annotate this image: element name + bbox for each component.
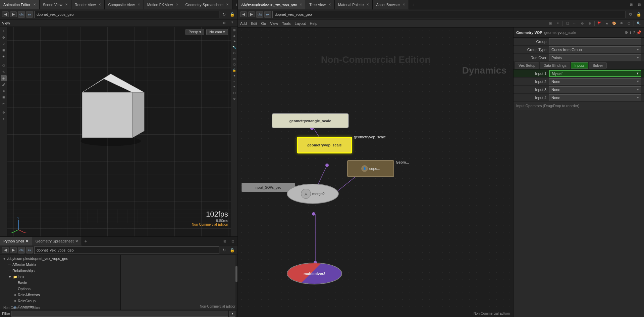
menu-add[interactable]: Add [240, 21, 247, 26]
node-import[interactable]: nport_SOPs_geo [241, 183, 295, 192]
tab-asset-browser[interactable]: Asset Browser ✕ [373, 0, 409, 9]
input4-dropdown[interactable]: None ▾ [549, 94, 641, 101]
prop-tab-solver[interactable]: Solver [589, 62, 607, 69]
bottom-detach-icon[interactable]: ⊡ [229, 238, 236, 244]
tree-item-affector[interactable]: — Affector Matrix [0, 262, 120, 268]
back-button[interactable]: ◀ [2, 11, 9, 17]
tab-geometry-spreadsheet[interactable]: Geometry Spreadsheet ✕ [182, 0, 233, 9]
tab-close[interactable]: ✕ [402, 3, 405, 6]
right-layout-icon[interactable]: ⊞ [628, 1, 635, 8]
filter-dropdown[interactable]: ▾ [229, 311, 235, 317]
tab-material-palette[interactable]: Material Palette ✕ [335, 0, 373, 9]
tab-render-view[interactable]: Render View ✕ [71, 0, 105, 9]
menu-tools[interactable]: Tools [282, 21, 291, 26]
align-tool[interactable]: ≡ [1, 116, 7, 122]
mini-tool-3[interactable]: 👁 [232, 39, 237, 44]
right-forward-button[interactable]: ▶ [248, 11, 255, 17]
obj-icon[interactable]: obj [18, 11, 25, 18]
tree-item-basic[interactable]: — Basic [0, 280, 120, 286]
tab-close[interactable]: ✕ [138, 3, 140, 6]
dots-icon[interactable]: ⋯ [572, 20, 578, 27]
input2-dropdown[interactable]: None ▾ [549, 78, 641, 85]
path-input[interactable]: dopnet_vex_vops_geo [34, 11, 219, 18]
run-over-dropdown[interactable]: Points ▾ [549, 54, 641, 61]
prop-settings-icon[interactable]: ⚙ [625, 30, 628, 35]
cam-button[interactable]: No cam ▾ [206, 29, 228, 35]
box-icon[interactable]: ☐ [564, 20, 571, 27]
bottom-layout-icon[interactable]: ⊞ [221, 238, 228, 244]
right-tab-add[interactable]: + [409, 2, 417, 7]
group-input[interactable] [549, 38, 641, 45]
node-multisolver[interactable]: multisolver2 [287, 263, 342, 284]
tab-animation-editor[interactable]: Animation Editor ✕ [0, 0, 40, 9]
delete-tool[interactable]: ✂ [1, 101, 7, 107]
prop-info-icon[interactable]: ℹ [630, 30, 631, 35]
prop-help-icon[interactable]: ? [633, 30, 635, 35]
mini-tool-11[interactable]: Z [232, 85, 237, 90]
tab-close[interactable]: ✕ [328, 3, 331, 6]
tree-item-relationships[interactable]: — Relationships [0, 268, 120, 274]
right-refresh-icon[interactable]: ↻ [627, 11, 634, 18]
right-detach-icon[interactable]: ⊡ [636, 1, 643, 8]
node-merge[interactable]: ⋏ merge2 [287, 184, 339, 204]
viewport-canvas[interactable]: ↖ ✛ ↺ ⊞ 👁 ⬡ ✎ ◈ 🖌 ⊕ ⊞ ✂ ⊙ ≡ [0, 27, 237, 236]
mini-tool-2[interactable]: ◈ [232, 33, 237, 39]
node-geometrywrangle[interactable]: geometrywrangle_scale [272, 113, 349, 128]
mini-tool-5[interactable]: ⊙ [232, 50, 237, 56]
right-lock-icon[interactable]: 🔒 [635, 11, 642, 18]
node-tool[interactable]: ⬡ [1, 62, 7, 69]
tab-close[interactable]: ✕ [366, 3, 369, 6]
right-back-button[interactable]: ◀ [240, 11, 247, 17]
mini-tool-8[interactable]: 🔒 [232, 67, 237, 73]
bottom-refresh-icon[interactable]: ↻ [221, 247, 227, 254]
mini-tool-12[interactable]: ⊡ [232, 90, 237, 96]
bottom-lock-icon[interactable]: 🔒 [229, 247, 235, 254]
grid-view-icon[interactable]: ⊞ [547, 20, 554, 27]
tab-tree-view[interactable]: Tree View ✕ [306, 0, 335, 9]
examples-icon[interactable]: ex [26, 11, 33, 18]
view-tool[interactable]: 👁 [1, 54, 7, 60]
prop-tab-data-bindings[interactable]: Data Bindings [540, 62, 570, 69]
tree-item-reln-affectors[interactable]: ⚙ RelnAffectors [0, 292, 120, 298]
tab-motion-fx[interactable]: Motion FX View ✕ [144, 0, 182, 9]
bottom-back-button[interactable]: ◀ [2, 247, 9, 253]
tab-close[interactable]: ✕ [33, 3, 36, 6]
menu-layout[interactable]: Layout [295, 21, 306, 26]
tab-close[interactable]: ✕ [176, 3, 178, 6]
right-path-input[interactable]: dopnet_vex_vops_geo [272, 11, 626, 18]
mini-tool-9[interactable]: ✦ [232, 73, 237, 79]
mini-tool-7[interactable]: ⬡ [232, 62, 237, 67]
input-operators-area[interactable] [514, 110, 644, 317]
tab-python-shell[interactable]: Python Shell ✕ [0, 237, 32, 245]
bottom-path-input[interactable]: dopnet_vex_vops_geo [34, 246, 219, 254]
select-tool[interactable]: ↖ [1, 28, 7, 34]
menu-edit[interactable]: Edit [251, 21, 257, 26]
build-tool[interactable]: ⊞ [1, 94, 7, 100]
render-icon[interactable]: ⬡ [626, 20, 632, 27]
snap-icon[interactable]: ⊙ [579, 20, 586, 27]
spreadsheet-scrollbar[interactable] [235, 255, 237, 310]
tab-composite-view[interactable]: Composite View ✕ [105, 0, 144, 9]
tab-geometry-spreadsheet-bottom[interactable]: Geometry Spreadsheet ✕ [32, 237, 82, 245]
tab-close[interactable]: ✕ [75, 239, 78, 243]
mini-tool-10[interactable]: ≡ [232, 79, 237, 84]
node-sops[interactable]: 👤 sops... [347, 160, 394, 177]
star-icon[interactable]: ★ [603, 20, 610, 27]
input3-dropdown[interactable]: None ▾ [549, 86, 641, 93]
eye-icon[interactable]: 👁 [618, 20, 625, 27]
prop-tab-inputs[interactable]: Inputs [571, 62, 588, 69]
node-graph[interactable]: Non-Commercial Edition Dynamics [238, 28, 513, 317]
transform-tool[interactable]: ✛ [1, 35, 7, 41]
bottom-tab-add[interactable]: + [82, 238, 90, 244]
scale-tool[interactable]: ⊞ [1, 47, 7, 53]
tree-item-box[interactable]: ▼ 📁 box [0, 274, 120, 280]
mini-tool-13[interactable]: ⊕ [232, 96, 237, 101]
active-tool[interactable]: ◈ [1, 75, 7, 81]
list-view-icon[interactable]: ≡ [554, 20, 561, 27]
tab-close[interactable]: ✕ [65, 3, 68, 6]
snap-tool[interactable]: ⊙ [1, 109, 7, 116]
bottom-forward-button[interactable]: ▶ [10, 247, 17, 253]
forward-button[interactable]: ▶ [10, 11, 17, 17]
palette-icon[interactable]: 🎨 [611, 20, 618, 27]
group-type-dropdown[interactable]: Guess from Group ▾ [549, 46, 641, 53]
